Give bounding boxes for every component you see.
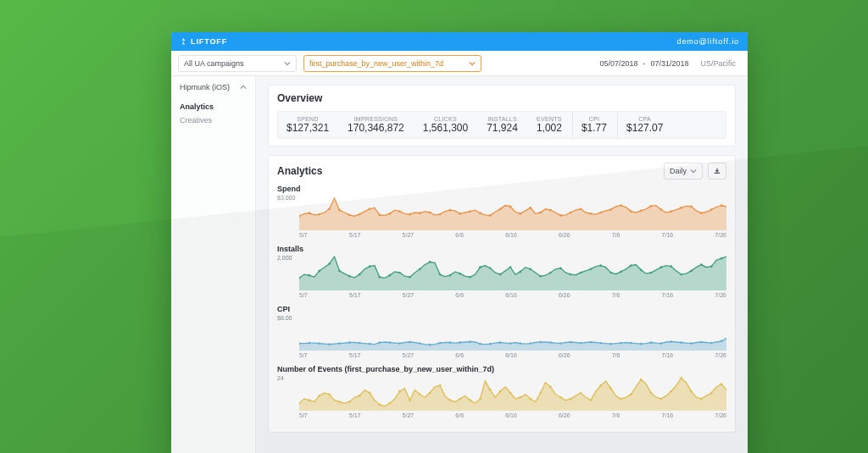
date-range-picker[interactable]: 05/07/2018 - 07/31/2018 [599, 59, 688, 68]
svg-point-170 [710, 392, 713, 395]
svg-point-92 [359, 342, 361, 345]
svg-point-150 [509, 392, 512, 395]
svg-point-43 [299, 277, 300, 279]
chart-xaxis: 5/75/175/276/66/166/267/67/167/26 [277, 290, 726, 298]
chart-ylabel: $3,000 [277, 195, 295, 201]
funnel-value: 1,002 [537, 122, 562, 134]
svg-point-77 [640, 268, 643, 271]
funnel-label: INSTALLS [487, 116, 518, 122]
svg-point-89 [328, 343, 331, 345]
svg-point-111 [549, 341, 552, 344]
svg-point-74 [609, 272, 612, 274]
svg-point-171 [721, 383, 723, 385]
chart-ylabel: $8.00 [277, 315, 292, 321]
svg-point-162 [630, 393, 632, 395]
metric-cpi: CPI $1.77 [572, 112, 617, 138]
svg-point-167 [680, 377, 682, 379]
svg-point-96 [398, 342, 401, 345]
svg-point-86 [299, 342, 300, 345]
chart-plot: $3,000 [277, 195, 726, 230]
download-button[interactable] [708, 163, 726, 180]
svg-point-124 [680, 341, 682, 344]
svg-point-99 [429, 344, 431, 346]
svg-point-1 [309, 212, 311, 214]
chart-title: Installs [277, 245, 726, 253]
svg-point-61 [479, 266, 481, 268]
svg-point-153 [539, 392, 542, 395]
funnel-installs: INSTALLS 71,924 [478, 112, 528, 138]
svg-point-148 [489, 389, 492, 391]
chevron-down-icon [284, 60, 291, 67]
overview-funnel: SPEND $127,321 IMPRESSIONS 170,346,872 C… [277, 111, 726, 139]
main-content: Overview SPEND $127,321 IMPRESSIONS 170,… [256, 76, 748, 453]
campaign-select[interactable]: All UA campaigns [178, 55, 297, 72]
svg-point-160 [609, 387, 612, 389]
svg-point-121 [650, 341, 653, 344]
svg-point-105 [489, 343, 492, 345]
svg-point-68 [549, 272, 552, 274]
overview-title: Overview [277, 92, 726, 104]
svg-point-31 [609, 208, 612, 211]
svg-point-109 [529, 342, 531, 345]
svg-point-119 [630, 342, 632, 345]
svg-point-146 [469, 399, 471, 401]
svg-point-45 [318, 270, 320, 273]
account-select[interactable]: Hipmunk (iOS) [180, 83, 247, 91]
funnel-label: CLICKS [423, 116, 468, 122]
chart-spend: Spend $3,000 5/75/175/276/66/166/267/67/… [277, 185, 726, 238]
metric-value: $127.07 [626, 122, 663, 134]
svg-point-65 [520, 271, 522, 273]
svg-point-101 [449, 341, 452, 344]
svg-point-28 [580, 207, 582, 210]
analytics-panel: Analytics Daily Spend $3,00 [268, 155, 736, 433]
svg-point-62 [489, 267, 492, 269]
svg-point-157 [580, 392, 582, 395]
svg-point-47 [338, 270, 341, 273]
svg-point-0 [299, 215, 300, 218]
granularity-select[interactable]: Daily [664, 163, 703, 180]
chart-plot: 2,000 [277, 255, 726, 290]
svg-point-54 [409, 276, 411, 279]
svg-point-5 [348, 213, 351, 216]
chart-plot: $8.00 [277, 315, 726, 351]
svg-point-142 [429, 392, 431, 395]
download-icon [714, 168, 721, 174]
svg-point-112 [559, 342, 562, 345]
svg-point-49 [359, 273, 361, 276]
svg-point-103 [469, 340, 471, 343]
funnel-label: EVENTS [537, 116, 562, 122]
event-select-value: first_purchase_by_new_user_within_7d [309, 59, 443, 68]
svg-point-21 [509, 206, 512, 208]
svg-point-44 [309, 274, 311, 277]
svg-point-126 [700, 341, 703, 344]
svg-point-90 [338, 342, 341, 345]
user-email[interactable]: demo@liftoff.io [677, 37, 740, 46]
svg-point-93 [369, 343, 371, 345]
svg-point-75 [620, 271, 622, 273]
svg-point-144 [449, 399, 452, 401]
svg-point-117 [609, 343, 612, 345]
svg-point-59 [459, 273, 461, 275]
svg-point-131 [318, 395, 320, 397]
event-select[interactable]: first_purchase_by_new_user_within_7d [303, 55, 481, 72]
svg-point-108 [520, 342, 522, 345]
svg-point-115 [590, 341, 593, 344]
brand-logo: LIFTOFF [180, 37, 227, 46]
metric-label: CPA [626, 116, 663, 122]
svg-point-50 [369, 265, 371, 268]
sidebar-item-creatives[interactable]: Creatives [180, 113, 247, 127]
chart-title: Spend [277, 185, 726, 193]
svg-point-140 [409, 399, 411, 401]
svg-point-13 [429, 212, 431, 214]
liftoff-icon [180, 38, 187, 46]
svg-point-70 [570, 273, 572, 276]
svg-point-100 [439, 342, 442, 345]
date-from: 05/07/2018 [599, 59, 637, 68]
svg-point-130 [309, 399, 311, 401]
sidebar-item-analytics[interactable]: Analytics [180, 100, 247, 113]
svg-point-88 [318, 342, 320, 345]
analytics-title: Analytics [277, 165, 322, 177]
brand-text: LIFTOFF [191, 37, 227, 46]
sidebar: Hipmunk (iOS) Analytics Creatives [171, 76, 256, 453]
funnel-impressions: IMPRESSIONS 170,346,872 [339, 112, 415, 138]
